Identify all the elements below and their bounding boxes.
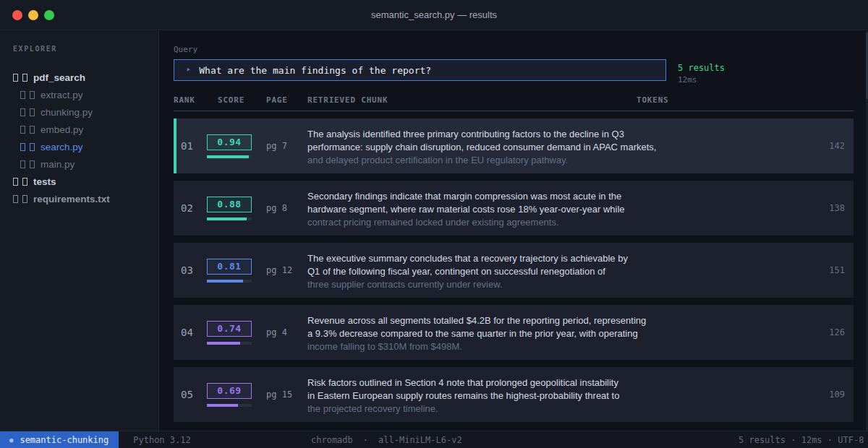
result-rank: 01 xyxy=(174,119,207,173)
column-header-retrieved-chunk: RETRIEVED CHUNK xyxy=(307,95,637,105)
score-bar xyxy=(207,404,252,407)
sidebar-item-label: main.py xyxy=(41,159,75,170)
score-bar xyxy=(207,155,252,158)
result-tokens: 151 xyxy=(637,243,854,298)
status-center: chromadb · all-MiniLM-L6-v2 xyxy=(311,435,462,445)
chunk-line: performance: supply chain disruption, re… xyxy=(307,141,637,154)
sidebar-item-tests[interactable]: tests xyxy=(13,173,158,190)
result-page: pg 12 xyxy=(266,243,307,298)
score-badge: 0.94 xyxy=(207,134,252,150)
sidebar-item-main-py[interactable]: main.py xyxy=(13,155,158,173)
file-active-icon xyxy=(13,178,18,186)
result-row[interactable]: 01 0.94 pg 7 The analysis identified thr… xyxy=(174,119,854,173)
sidebar-item-chunking-py[interactable]: chunking.py xyxy=(13,103,158,121)
result-chunk-text: Revenue across all segments totalled $4.… xyxy=(307,305,637,360)
score-bar-fill xyxy=(207,155,249,158)
result-tokens: 138 xyxy=(637,181,854,236)
result-page: pg 8 xyxy=(266,181,307,236)
sidebar-item-label: pdf_search xyxy=(33,72,85,83)
branch-badge[interactable]: ● semantic-chunking xyxy=(0,431,119,448)
chunk-line: The executive summary concludes that a r… xyxy=(307,252,637,265)
result-tokens: 109 xyxy=(637,367,854,422)
result-tokens: 126 xyxy=(637,305,854,360)
chunk-line: hardware segment, where raw material cos… xyxy=(307,203,637,216)
score-bar xyxy=(207,280,252,283)
chunk-line: and delayed product certification in the… xyxy=(307,154,637,167)
result-score-cell: 0.74 xyxy=(207,305,266,360)
file-active-icon xyxy=(20,108,25,116)
sidebar-item-label: search.py xyxy=(41,142,83,152)
result-row[interactable]: 05 0.69 pg 15 Risk factors outlined in S… xyxy=(174,367,854,422)
maximize-button[interactable] xyxy=(44,10,54,20)
results-panel: Query ‣ What are the main findings of th… xyxy=(160,31,868,431)
query-label: Query xyxy=(174,45,868,54)
result-row[interactable]: 04 0.74 pg 4 Revenue across all segments… xyxy=(174,305,854,360)
file-icon xyxy=(30,143,35,151)
result-rank: 05 xyxy=(174,367,207,422)
query-input[interactable]: ‣ What are the main findings of the repo… xyxy=(174,59,666,81)
file-active-icon xyxy=(20,126,25,134)
python-version: Python 3.12 xyxy=(133,435,190,445)
query-row: ‣ What are the main findings of the repo… xyxy=(174,59,868,85)
close-button[interactable] xyxy=(12,10,22,20)
file-icon xyxy=(30,126,35,134)
score-bar xyxy=(207,342,252,345)
result-page: pg 4 xyxy=(266,305,307,360)
score-bar-fill xyxy=(207,280,243,283)
result-rank: 03 xyxy=(174,243,207,298)
minimize-button[interactable] xyxy=(28,10,38,20)
chunk-line: the projected recovery timeline. xyxy=(307,402,637,415)
title-bar: semantic_search.py — results xyxy=(0,0,868,30)
sidebar-item-embed-py[interactable]: embed.py xyxy=(13,121,158,138)
result-chunk-text: Secondary findings indicate that margin … xyxy=(307,181,637,236)
file-tree: pdf_search extract.py chunking.py embed.… xyxy=(13,69,158,207)
sidebar-item-label: requirements.txt xyxy=(33,194,110,204)
file-active-icon xyxy=(20,143,25,151)
chunk-line: Secondary findings indicate that margin … xyxy=(307,190,637,203)
sidebar-item-pdf-search[interactable]: pdf_search xyxy=(13,69,158,86)
query-latency: 12ms xyxy=(678,75,725,85)
results-list: 01 0.94 pg 7 The analysis identified thr… xyxy=(174,119,854,422)
vector-db-name: chromadb xyxy=(311,435,353,445)
sidebar: EXPLORER pdf_search extract.py chunking.… xyxy=(0,31,159,431)
sidebar-item-label: chunking.py xyxy=(41,107,93,118)
result-row[interactable]: 03 0.81 pg 12 The executive summary conc… xyxy=(174,243,854,298)
result-score-cell: 0.81 xyxy=(207,243,266,298)
result-score-cell: 0.69 xyxy=(207,367,266,422)
score-bar xyxy=(207,217,252,220)
sidebar-item-requirements-txt[interactable]: requirements.txt xyxy=(13,190,158,207)
file-icon xyxy=(30,160,35,168)
column-header-tokens: TOKENS xyxy=(637,95,854,105)
explorer-header: EXPLORER xyxy=(13,45,158,53)
branch-label: semantic-chunking xyxy=(20,435,109,445)
sidebar-item-extract-py[interactable]: extract.py xyxy=(13,86,158,103)
score-badge: 0.74 xyxy=(207,321,252,337)
chunk-line: a 9.3% decrease compared to the same qua… xyxy=(307,327,637,340)
file-icon xyxy=(22,178,27,186)
result-rank: 02 xyxy=(174,181,207,236)
sidebar-item-search-py[interactable]: search.py xyxy=(13,138,158,155)
score-bar-fill xyxy=(207,217,247,220)
sidebar-item-label: embed.py xyxy=(41,124,83,135)
chunk-line: Revenue across all segments totalled $4.… xyxy=(307,314,637,327)
embedding-model-name: all-MiniLM-L6-v2 xyxy=(378,435,462,445)
result-chunk-text: Risk factors outlined in Section 4 note … xyxy=(307,367,637,422)
branch-dot-icon: ● xyxy=(9,436,13,444)
chunk-line: Risk factors outlined in Section 4 note … xyxy=(307,376,637,389)
window-title: semantic_search.py — results xyxy=(371,9,497,20)
status-right: 5 results · 12ms · UTF-8 xyxy=(739,435,864,445)
score-bar-fill xyxy=(207,342,240,345)
result-chunk-text: The analysis identified three primary co… xyxy=(307,119,637,173)
chunk-line: The analysis identified three primary co… xyxy=(307,128,637,141)
query-meta: 5 results 12ms xyxy=(678,59,725,85)
result-row[interactable]: 02 0.88 pg 8 Secondary findings indicate… xyxy=(174,181,854,236)
file-icon xyxy=(30,108,35,116)
window-controls xyxy=(12,10,54,20)
result-score-cell: 0.94 xyxy=(207,119,266,173)
result-rank: 04 xyxy=(174,305,207,360)
sidebar-item-label: tests xyxy=(33,176,56,187)
query-text: What are the main findings of the report… xyxy=(199,65,431,76)
sidebar-item-label: extract.py xyxy=(41,90,83,100)
status-bar: ● semantic-chunking Python 3.12 chromadb… xyxy=(0,431,868,448)
file-icon xyxy=(22,195,27,203)
